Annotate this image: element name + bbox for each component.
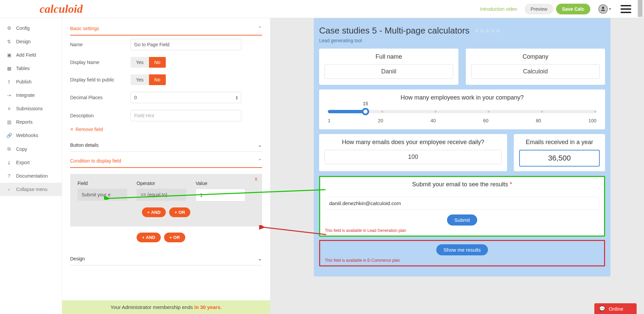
chevron-down-icon: ⌄ [258,256,262,262]
employees-card: How many employees work in your company?… [319,89,605,129]
copy-icon: ⧉ [6,146,12,152]
logo: calculoid [40,3,83,15]
name-input[interactable] [131,39,241,50]
sidebar-item-publish[interactable]: ⇪Publish [0,75,62,88]
sidebar-item-integrate[interactable]: ⇢Integrate [0,88,62,102]
submit-button[interactable]: Submit [447,214,478,226]
fullname-input[interactable]: Daniil [325,64,453,79]
sidebar-item-design[interactable]: ⇅Design [0,35,62,48]
section-basic-settings[interactable]: Basic settings ⌃ [70,21,262,36]
decimal-input[interactable]: 0 ▴▾ [131,92,241,103]
sidebar-item-webhooks[interactable]: 🔗Webhooks [0,129,62,142]
employees-question: How many employees work in your company? [325,94,600,101]
save-button[interactable]: Save Calc [556,4,590,14]
required-asterisk: * [510,181,512,188]
sidebar-item-label: Config [16,25,30,31]
sidebar-item-label: Design [16,39,31,44]
sidebar-item-label: Tables [16,66,30,71]
sidebar-item-label: Integrate [16,92,35,98]
emails-daily-card: How many emails does your employee recei… [319,134,507,171]
slider-value: 15 [363,101,368,106]
sidebar-item-submissions[interactable]: ≡Submissions [0,102,62,115]
sidebar-item-export[interactable]: ⤓Export [0,156,62,169]
label-decimal: Decimal Places [70,95,131,100]
gear-icon: ⚙ [6,25,12,31]
integrate-icon: ⇢ [6,92,12,98]
company-input[interactable]: Calculoid [471,64,600,79]
condition-field-select[interactable] [78,189,127,201]
label-displaypublic: Display field to public [70,77,131,82]
show-results-card: Show me results This field is available … [319,240,605,266]
main-menu-button[interactable] [621,5,631,13]
table-icon: ▦ [6,66,12,71]
sidebar-item-label: Submissions [16,106,43,111]
section-condition[interactable]: Condition to display field ⌃ [70,154,262,168]
slider-handle[interactable]: 15 [362,108,369,115]
description-input[interactable] [131,110,241,121]
plus-icon: ▣ [6,52,12,58]
section-button-details[interactable]: Button details ⌄ [70,138,262,152]
scroll-thumb[interactable] [638,0,642,17]
calc-subtitle: Lead generating tool [319,38,605,43]
slider-scale: 1 20 40 60 80 100 [328,118,596,123]
displayname-yes[interactable]: Yes [131,57,149,68]
condition-operator-select[interactable] [137,189,186,201]
sidebar-item-label: Add Field [16,52,36,58]
sidebar: ⚙Config ⇅Design ▣Add Field ▦Tables ⇪Publ… [0,18,62,314]
sidebar-item-config[interactable]: ⚙Config [0,21,62,35]
emails-year-card: Emails received in a year 36,500 [514,134,605,171]
section-title: Design [70,256,85,261]
sidebar-collapse[interactable]: ‹Collapse menu [0,183,62,196]
submit-title: Submit your email to see the results * [325,181,599,188]
condition-value-input[interactable] [196,189,245,201]
chat-widget[interactable]: 💬 Online [594,303,637,314]
outer-and-button[interactable]: AND [137,233,161,242]
inner-and-button[interactable]: AND [142,207,166,217]
section-title: Button details [70,142,99,148]
company-card: Company Calculoid [466,49,605,85]
sidebar-item-reports[interactable]: ▥Reports [0,115,62,129]
sidebar-item-docs[interactable]: ?Documentation [0,169,62,183]
calc-title: Case studies 5 - Multi-page calculators [319,25,469,36]
condition-operator-label: Operator [137,181,186,186]
chevron-down-icon: ⌄ [258,142,262,148]
inner-or-button[interactable]: OR [169,207,190,217]
emails-year-label: Emails received in a year [519,139,600,146]
label-displayname: Display Name [70,60,131,65]
sidebar-item-label: Export [16,160,30,165]
employees-slider[interactable]: 15 [328,110,596,113]
emails-daily-label: How many emails does your employee recei… [325,139,502,146]
fullname-card: Full name Daniil [319,49,458,85]
sidebar-item-label: Publish [16,79,32,84]
account-menu[interactable] [598,4,611,14]
rating-stars[interactable]: ☆☆☆☆☆ [474,27,501,34]
help-icon: ? [6,173,12,179]
displayname-no[interactable]: No [149,57,166,68]
outer-or-button[interactable]: OR [164,233,185,242]
upload-icon: ⇪ [6,79,12,84]
condition-close-button[interactable]: x [255,176,257,182]
fullname-label: Full name [325,53,453,60]
email-input[interactable] [325,197,599,210]
link-icon: 🔗 [6,133,12,138]
sidebar-item-addfield[interactable]: ▣Add Field [0,48,62,62]
chart-icon: ▥ [6,119,12,125]
calc-card: Case studies 5 - Multi-page calculators … [314,18,610,276]
sidebar-item-label: Documentation [16,173,48,179]
remove-field-link[interactable]: Remove field [70,127,103,132]
displaypublic-no[interactable]: No [149,74,166,85]
section-design[interactable]: Design ⌄ [70,252,262,265]
preview-button[interactable]: Preview [525,4,553,14]
intro-video-link[interactable]: Introduction video [480,6,517,12]
sidebar-item-label: Webhooks [16,133,38,138]
sidebar-item-copy[interactable]: ⧉Copy [0,142,62,156]
spinner-arrows-icon[interactable]: ▴▾ [236,95,238,100]
displayname-toggle: Yes No [131,57,166,68]
sidebar-item-tables[interactable]: ▦Tables [0,62,62,75]
displaypublic-yes[interactable]: Yes [131,74,149,85]
show-results-button[interactable]: Show me results [436,244,488,255]
emails-daily-input[interactable]: 100 [325,150,502,164]
chat-status: Online [609,306,623,312]
label-description: Description [70,113,131,118]
condition-value-label: Value [196,181,245,186]
